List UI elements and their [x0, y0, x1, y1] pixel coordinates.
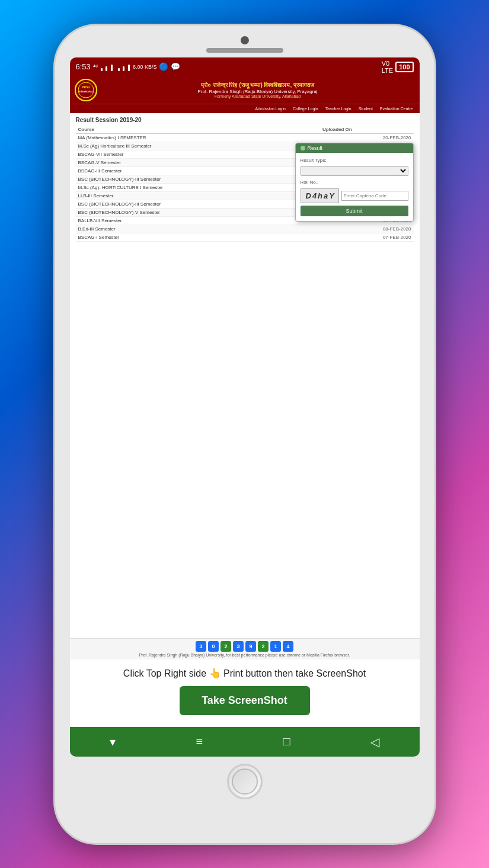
captcha-image: D4haY: [301, 188, 339, 203]
course-cell: BSCAG-III Semester: [76, 166, 320, 175]
popup-body: Result Type: Roll No.. D4haY Submit: [296, 153, 413, 221]
nav-student[interactable]: Student: [357, 105, 375, 112]
time-display: 6:53: [76, 62, 91, 71]
course-cell: M.Sc (Ag) Horticulture III Semester: [76, 142, 320, 150]
camera: [241, 36, 249, 44]
result-type-select[interactable]: [301, 166, 408, 176]
course-cell: M.Sc (Ag)- HORTICULTURE I Semester: [76, 183, 320, 191]
speaker: [206, 48, 283, 53]
captcha-input[interactable]: [341, 191, 408, 201]
phone-frame: 6:53 ⁴ᵍ 6.00 KB/S 🔵 💬 V0LTE 100: [55, 25, 434, 843]
university-logo: PRSU PRAYAGRAJ: [75, 79, 97, 101]
page-number-1[interactable]: 1: [270, 641, 281, 652]
home-button-inner: [232, 768, 258, 795]
bottom-nav-square[interactable]: □: [283, 735, 290, 748]
university-header: PRSU PRAYAGRAJ प्रो० राजेन्द्र सिंह (राज…: [70, 76, 420, 104]
instruction-area: Click Top Right side 👆 Print button then…: [70, 659, 420, 727]
course-cell: B.Ed-III Semester: [76, 225, 320, 233]
footer-area: 30239214 Prof. Rajendra Singh (Rajju Bha…: [70, 638, 420, 659]
page-number-3[interactable]: 3: [196, 641, 206, 652]
course-cell: BSCAG-I Semester: [76, 233, 320, 241]
bottom-nav-back[interactable]: ◁: [370, 735, 379, 749]
university-title-english: Prof. Rajendra Singh (Rajju Bhaiya) Univ…: [101, 89, 415, 94]
course-cell: BSC (BIOTECHNOLOGY)-V Semester: [76, 208, 320, 216]
bottom-navigation[interactable]: ▾ ≡ □ ◁: [70, 727, 420, 757]
captcha-row: D4haY: [301, 188, 408, 203]
course-cell: BSCAG-V Semester: [76, 158, 320, 166]
table-row[interactable]: BSCAG-I Semester07-FEB-2020: [76, 233, 414, 241]
home-button-area: [227, 757, 263, 804]
status-bar: 6:53 ⁴ᵍ 6.00 KB/S 🔵 💬 V0LTE 100: [70, 57, 420, 76]
table-row[interactable]: MA (Mathematics) I SEMESTER20-FEB-2020: [76, 133, 414, 142]
network-speed: 6.00 KB/S: [133, 64, 157, 70]
pagination: 30239214: [75, 641, 415, 652]
bottom-nav-chevron[interactable]: ▾: [110, 735, 116, 749]
instruction-text: Click Top Right side 👆 Print button then…: [82, 668, 408, 679]
page-number-2[interactable]: 2: [258, 641, 269, 652]
page-number-0[interactable]: 0: [208, 641, 219, 652]
course-cell: BALLB-VII Semester: [76, 216, 320, 225]
page-number-2[interactable]: 2: [220, 641, 231, 652]
university-title-hindi: प्रो० राजेन्द्र सिंह (राजू भय्या) विश्वव…: [101, 82, 415, 89]
nav-admission-login[interactable]: Admission Login: [254, 105, 287, 112]
message-icon: 💬: [171, 62, 180, 71]
page-number-4[interactable]: 4: [283, 641, 293, 652]
course-cell: MA (Mathematics) I SEMESTER: [76, 133, 320, 142]
status-left: 6:53 ⁴ᵍ 6.00 KB/S 🔵 💬: [76, 62, 181, 71]
page-number-9[interactable]: 9: [245, 641, 256, 652]
course-cell: LLB-III Semester: [76, 191, 320, 200]
signal-4g-icon: ⁴ᵍ: [93, 63, 98, 70]
date-cell: 07-FEB-2020: [320, 233, 414, 241]
nav-teacher-login[interactable]: Teacher Login: [324, 105, 353, 112]
result-type-field: Result Type:: [301, 158, 408, 176]
battery-display: 100: [395, 62, 413, 72]
col-uploaded: Uploaded On: [320, 126, 414, 134]
svg-text:PRAYAGRAJ: PRAYAGRAJ: [78, 90, 92, 93]
course-cell: BSCAG-VII Semester: [76, 150, 320, 158]
footer-text: Prof. Rajendra Singh (Rajju Bhaiya) Univ…: [75, 653, 415, 657]
bottom-nav-menu[interactable]: ≡: [196, 735, 203, 748]
page-number-3[interactable]: 3: [233, 641, 244, 652]
popup-title-text: Result: [308, 145, 323, 151]
university-title-block: प्रो० राजेन्द्र सिंह (राजू भय्या) विश्वव…: [101, 82, 415, 98]
popup-title-dot: [301, 146, 305, 150]
submit-button[interactable]: Submit: [301, 206, 408, 216]
result-popup: Result Result Type: Roll No.. D4haY Subm…: [295, 143, 414, 222]
voltage-display: V0LTE: [382, 60, 393, 74]
course-cell: BSC (BIOTECHNOLOGY)-III Semester: [76, 200, 320, 208]
content-area: Result Session 2019-20 Course Uploaded O…: [70, 113, 420, 638]
signal-bars: [100, 62, 130, 71]
course-cell: BSC (BIOTECHNOLOGY)-III Semester: [76, 175, 320, 183]
date-cell: 08-FEB-2020: [320, 225, 414, 233]
popup-title-bar: Result: [296, 143, 413, 153]
nav-evaluation-centre[interactable]: Evaluation Centre: [378, 105, 415, 112]
phone-screen: 6:53 ⁴ᵍ 6.00 KB/S 🔵 💬 V0LTE 100: [70, 57, 420, 757]
navigation-bar: Admission Login College Login Teacher Lo…: [70, 104, 420, 113]
result-heading: Result Session 2019-20: [76, 117, 414, 123]
university-subtitle: Formerly Allahabad State University, All…: [101, 94, 415, 98]
svg-text:PRSU: PRSU: [82, 85, 90, 89]
col-course: Course: [76, 126, 320, 134]
status-right: V0LTE 100: [382, 60, 414, 74]
roll-no-label: Roll No..: [301, 180, 408, 185]
home-button[interactable]: [227, 764, 263, 799]
wifi-icon: 🔵: [159, 62, 168, 71]
result-type-label: Result Type:: [301, 158, 408, 163]
date-cell: 20-FEB-2020: [320, 133, 414, 142]
nav-college-login[interactable]: College Login: [291, 105, 320, 112]
table-row[interactable]: B.Ed-III Semester08-FEB-2020: [76, 225, 414, 233]
roll-no-field: Roll No..: [301, 180, 408, 185]
screenshot-button[interactable]: Take ScreenShot: [180, 686, 310, 715]
